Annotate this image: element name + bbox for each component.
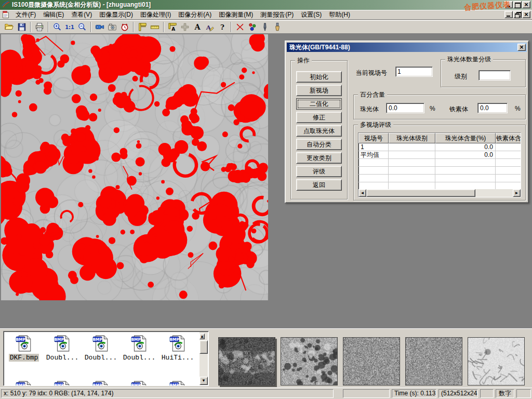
toolbar: 1:1AAA? [0, 20, 532, 34]
thumbnail-2[interactable] [281, 337, 338, 385]
dialog-title-bar[interactable]: 珠光体(GB/T9441-88) [287, 43, 527, 52]
op-二值化-button[interactable]: 二值化 [296, 98, 342, 110]
dialog-close-button[interactable] [517, 44, 526, 51]
column-header[interactable]: 珠光体含量(%) [435, 133, 496, 143]
table-row[interactable] [358, 175, 521, 182]
column-header[interactable]: 珠光体级别 [389, 133, 435, 143]
analysis-image[interactable] [1, 34, 268, 300]
maximize-button[interactable] [513, 1, 522, 8]
op-点取珠光体-button[interactable]: 点取珠光体 [296, 125, 342, 137]
file-browser-vscrollbar[interactable]: ▲ ▼ [200, 332, 208, 385]
op-自动分类-button[interactable]: 自动分类 [296, 139, 342, 150]
close-button[interactable] [522, 1, 530, 8]
column-header[interactable]: 铁素体含量(%) [496, 133, 521, 143]
file-item[interactable]: BMP [5, 380, 43, 386]
pen-tool-button[interactable] [259, 21, 271, 33]
thumbnail-4[interactable] [405, 337, 462, 385]
thumbnail-5[interactable] [468, 337, 525, 385]
file-item[interactable]: BMP Doubl... [82, 335, 120, 380]
op-新视场-button[interactable]: 新视场 [296, 85, 342, 96]
menu-item[interactable]: 图像分析(A) [175, 10, 215, 19]
hscroll-thumb[interactable] [366, 189, 475, 197]
menu-item[interactable]: 图像显示(D) [96, 10, 137, 19]
delete-curves-icon [235, 22, 245, 32]
menu-item[interactable]: 设置(S) [297, 10, 325, 19]
file-item[interactable]: BMP Doubl... [43, 335, 82, 380]
scroll-left-icon[interactable]: ◄ [358, 189, 366, 197]
thumbnail-strip [218, 337, 525, 386]
thumbnail-1[interactable] [218, 337, 275, 385]
op-初始化-button[interactable]: 初始化 [296, 71, 342, 83]
table-cell [496, 159, 521, 166]
count-markers-button[interactable] [246, 21, 259, 33]
rating-table-hscrollbar[interactable]: ◄ ► [358, 189, 521, 197]
pearlite-percent-input[interactable]: 0.0 [386, 103, 424, 113]
zoom-out-button[interactable] [76, 21, 88, 33]
file-item[interactable]: BMP [158, 380, 197, 386]
rating-table[interactable]: 视场号珠光体级别珠光体含量(%)铁素体含量(%) 10.0平均值0.0 ◄ ► [358, 132, 521, 197]
brush-tool-button[interactable] [271, 21, 284, 33]
file-item[interactable]: BMP [43, 380, 82, 386]
text-label-icon: A [193, 22, 202, 32]
table-row[interactable]: 平均值0.0 [358, 151, 521, 159]
child-minimize-button[interactable] [504, 11, 513, 18]
file-browser[interactable]: BMP DKF.bmp BMP Doubl... BMP Doubl... BM… [3, 331, 209, 386]
menu-item[interactable]: 测量报告(P) [257, 10, 297, 19]
analysis-image-canvas[interactable] [1, 34, 268, 300]
text-label-button[interactable]: A [191, 21, 204, 33]
caliper-button[interactable] [136, 21, 149, 33]
zoom-in-button[interactable] [51, 21, 63, 33]
op-修正-button[interactable]: 修正 [296, 112, 342, 123]
menu-item[interactable]: 图像测量(M) [215, 10, 257, 19]
current-field-input[interactable]: 1 [395, 66, 433, 77]
table-row[interactable] [358, 159, 521, 167]
child-restore-button[interactable] [513, 11, 522, 18]
file-item[interactable]: BMP HuiTi... [158, 335, 197, 380]
menu-item[interactable]: 查看(V) [68, 10, 96, 19]
timer-clock-button[interactable] [118, 21, 131, 33]
toolbar-separator [30, 22, 31, 32]
pen-tool-icon [260, 22, 270, 32]
op-评级-button[interactable]: 评级 [296, 166, 342, 177]
file-item[interactable]: BMP Doubl... [120, 335, 158, 380]
svg-text:BMP: BMP [16, 383, 25, 386]
capture-camera-button[interactable] [106, 21, 118, 33]
minimize-button[interactable] [504, 1, 513, 8]
vscroll-thumb[interactable] [200, 340, 208, 354]
ruler-button[interactable] [149, 21, 161, 33]
pearlite-percent-label: 珠光体 [360, 105, 379, 114]
menu-item[interactable]: 文件(F) [12, 10, 39, 19]
file-item[interactable]: BMP DKF.bmp [5, 335, 43, 380]
delete-curves-button[interactable] [234, 21, 246, 33]
open-file-button[interactable] [3, 21, 16, 33]
video-camera-button[interactable] [94, 21, 106, 33]
ferrite-percent-input[interactable]: 0.0 [477, 103, 508, 113]
op-更改类别-button[interactable]: 更改类别 [296, 152, 342, 164]
menu-item[interactable]: 编辑(E) [39, 10, 68, 19]
table-row[interactable] [358, 167, 521, 175]
child-close-button[interactable] [522, 11, 530, 18]
save-file-button[interactable] [16, 21, 28, 33]
column-header[interactable]: 视场号 [358, 133, 389, 143]
table-row[interactable]: 10.0 [358, 143, 521, 151]
file-item[interactable]: BMP [120, 380, 158, 386]
annotate-button[interactable]: A [204, 21, 216, 33]
help-button[interactable]: ? [216, 21, 229, 33]
scroll-up-icon[interactable]: ▲ [200, 334, 205, 339]
menu-item[interactable]: 图像处理(I) [137, 10, 175, 19]
app-icon [2, 0, 10, 10]
file-item[interactable]: BMP [82, 380, 120, 386]
table-cell [496, 167, 521, 174]
op-返回-button[interactable]: 返回 [296, 179, 342, 191]
menu-item[interactable]: 帮助(H) [325, 10, 354, 19]
toolbar-separator [48, 22, 49, 32]
print-button[interactable] [33, 21, 46, 33]
scroll-down-icon[interactable]: ▼ [200, 377, 208, 385]
document-icon[interactable] [2, 10, 10, 19]
thumbnail-3[interactable] [343, 337, 400, 385]
measure-scale-button[interactable]: A [166, 21, 179, 33]
actual-size-button[interactable]: 1:1 [63, 21, 76, 33]
grade-level-input[interactable] [478, 70, 511, 81]
scroll-right-icon[interactable]: ► [513, 189, 521, 197]
move-cross-button[interactable] [179, 21, 191, 33]
